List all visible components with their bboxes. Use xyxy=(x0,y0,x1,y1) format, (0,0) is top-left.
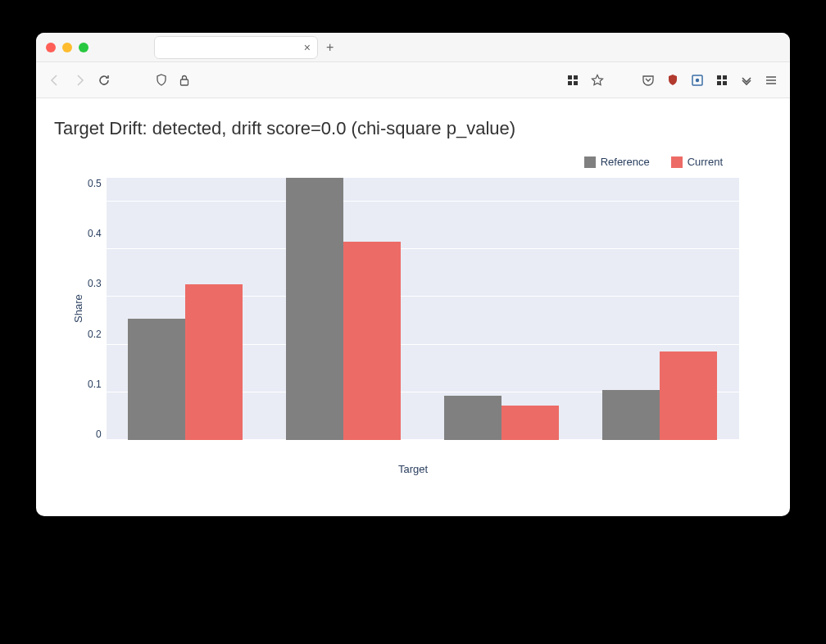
x-axis-label: Target xyxy=(54,463,772,475)
svg-rect-8 xyxy=(723,75,727,79)
bar-group xyxy=(581,178,739,440)
bar-group xyxy=(107,178,265,440)
chart-legend: Reference Current xyxy=(54,156,772,168)
y-tick: 0.5 xyxy=(88,178,102,189)
legend-swatch-reference xyxy=(584,156,596,168)
y-tick: 0 xyxy=(96,429,102,440)
svg-rect-2 xyxy=(574,75,578,79)
y-axis-label: Share xyxy=(69,178,88,440)
new-tab-button[interactable]: + xyxy=(326,40,334,55)
svg-rect-4 xyxy=(574,81,578,85)
y-tick: 0.2 xyxy=(88,329,102,340)
svg-rect-3 xyxy=(568,81,572,85)
close-window-button[interactable] xyxy=(46,43,56,52)
y-tick: 0.3 xyxy=(88,278,102,289)
svg-rect-1 xyxy=(568,75,572,79)
chart-card: Target Drift: detected, drift score=0.0 … xyxy=(46,111,780,492)
legend-label-current: Current xyxy=(688,156,723,168)
page-content: Target Drift: detected, drift score=0.0 … xyxy=(36,98,790,516)
ublock-icon[interactable] xyxy=(665,73,680,88)
svg-rect-10 xyxy=(723,81,727,85)
extension-icon-1[interactable] xyxy=(690,73,705,88)
titlebar: × + xyxy=(36,33,790,62)
shield-icon[interactable] xyxy=(154,73,169,88)
bar-reference[interactable] xyxy=(286,178,343,440)
y-axis: 0.50.40.30.20.10 xyxy=(88,178,107,440)
bar-current[interactable] xyxy=(185,284,243,440)
legend-item-current[interactable]: Current xyxy=(671,156,723,168)
bar-reference[interactable] xyxy=(128,319,185,440)
lock-icon[interactable] xyxy=(177,73,192,88)
pocket-icon[interactable] xyxy=(641,73,656,88)
svg-point-6 xyxy=(696,78,699,81)
overflow-icon[interactable] xyxy=(739,73,754,88)
close-tab-icon[interactable]: × xyxy=(304,41,311,54)
bars-container xyxy=(107,178,739,440)
browser-toolbar xyxy=(36,62,790,98)
y-tick: 0.1 xyxy=(88,379,102,390)
svg-rect-9 xyxy=(717,81,721,85)
legend-swatch-current xyxy=(671,156,683,168)
maximize-window-button[interactable] xyxy=(79,43,88,52)
grid-icon[interactable] xyxy=(565,73,580,88)
bar-group xyxy=(423,178,581,440)
back-button[interactable] xyxy=(48,73,62,88)
window-controls xyxy=(46,43,88,52)
star-icon[interactable] xyxy=(590,73,605,88)
svg-rect-7 xyxy=(717,75,721,79)
bar-reference[interactable] xyxy=(602,390,660,440)
extension-icon-2[interactable] xyxy=(715,73,729,88)
svg-rect-0 xyxy=(181,79,188,85)
legend-item-reference[interactable]: Reference xyxy=(584,156,650,168)
browser-tab[interactable]: × xyxy=(154,36,318,59)
browser-window: × + xyxy=(36,33,790,516)
chart-title: Target Drift: detected, drift score=0.0 … xyxy=(54,118,772,139)
plot-wrap: Share 0.50.40.30.20.10 xyxy=(54,178,772,440)
forward-button[interactable] xyxy=(72,73,87,88)
menu-icon[interactable] xyxy=(764,73,778,88)
reload-button[interactable] xyxy=(97,73,111,88)
bar-current[interactable] xyxy=(660,351,717,440)
minimize-window-button[interactable] xyxy=(62,43,72,52)
bar-group xyxy=(265,178,423,440)
bar-current[interactable] xyxy=(343,242,401,440)
y-tick: 0.4 xyxy=(88,228,102,239)
plot-area[interactable] xyxy=(107,178,739,440)
bar-current[interactable] xyxy=(502,406,559,440)
bar-reference[interactable] xyxy=(444,396,502,440)
legend-label-reference: Reference xyxy=(601,156,650,168)
